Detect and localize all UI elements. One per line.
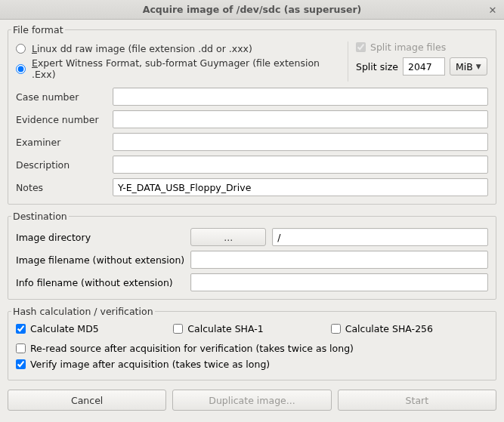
destination-legend: Destination xyxy=(11,211,69,222)
image-directory-input[interactable] xyxy=(272,228,488,246)
split-size-input[interactable] xyxy=(403,57,445,75)
verify-checkbox[interactable] xyxy=(16,359,26,369)
sha1-label: Calculate SHA-1 xyxy=(187,323,263,334)
cancel-button[interactable]: Cancel xyxy=(8,390,166,411)
sha256-label: Calculate SHA-256 xyxy=(345,323,433,334)
format-dd-radio[interactable] xyxy=(16,44,26,54)
image-filename-label: Image filename (without extension) xyxy=(16,254,184,266)
format-dd-label[interactable]: Linux dd raw image (file extension .dd o… xyxy=(32,43,252,54)
file-format-legend: File format xyxy=(11,24,65,35)
start-button: Start xyxy=(338,390,496,411)
split-size-label: Split size xyxy=(356,61,398,72)
window-title: Acquire image of /dev/sdc (as superuser) xyxy=(143,4,362,15)
browse-button[interactable]: ... xyxy=(190,228,266,246)
notes-input[interactable] xyxy=(113,178,488,196)
destination-section: Destination Image directory ... Image fi… xyxy=(8,211,496,300)
split-image-files-checkbox xyxy=(356,42,366,52)
sha256-checkbox[interactable] xyxy=(331,324,341,334)
evidence-number-input[interactable] xyxy=(113,110,488,128)
verify-label: Verify image after acquisition (takes tw… xyxy=(30,359,270,370)
hash-legend: Hash calculation / verification xyxy=(11,306,155,317)
md5-label: Calculate MD5 xyxy=(30,323,99,334)
titlebar: Acquire image of /dev/sdc (as superuser)… xyxy=(0,0,504,20)
button-bar: Cancel Duplicate image... Start xyxy=(8,390,496,411)
description-input[interactable] xyxy=(113,156,488,174)
notes-label: Notes xyxy=(16,182,107,193)
image-filename-input[interactable] xyxy=(190,251,488,269)
sha1-checkbox[interactable] xyxy=(173,324,183,334)
format-ewf-label[interactable]: Expert Witness Format, sub-format Guymag… xyxy=(32,57,340,80)
case-number-label: Case number xyxy=(16,91,107,103)
duplicate-image-button: Duplicate image... xyxy=(172,390,331,411)
info-filename-label: Info filename (without extension) xyxy=(16,277,184,288)
chevron-down-icon: ▼ xyxy=(476,63,481,70)
format-ewf-radio[interactable] xyxy=(16,64,26,74)
examiner-label: Examiner xyxy=(16,137,107,148)
reread-label: Re-read source after acquisition for ver… xyxy=(30,343,354,354)
image-directory-label: Image directory xyxy=(16,232,184,243)
md5-checkbox[interactable] xyxy=(16,324,26,334)
split-image-files-label: Split image files xyxy=(370,42,446,53)
reread-checkbox[interactable] xyxy=(16,343,26,353)
split-unit-value: MiB xyxy=(456,61,473,72)
hash-section: Hash calculation / verification Calculat… xyxy=(8,306,496,380)
file-format-section: File format Linux dd raw image (file ext… xyxy=(8,24,496,205)
description-label: Description xyxy=(16,159,107,171)
case-number-input[interactable] xyxy=(113,88,488,106)
split-unit-combo[interactable]: MiB ▼ xyxy=(450,57,487,75)
dialog-content: File format Linux dd raw image (file ext… xyxy=(0,20,504,420)
evidence-number-label: Evidence number xyxy=(16,114,107,125)
examiner-input[interactable] xyxy=(113,133,488,151)
info-filename-input[interactable] xyxy=(190,273,488,291)
close-icon[interactable]: ✕ xyxy=(486,3,499,17)
